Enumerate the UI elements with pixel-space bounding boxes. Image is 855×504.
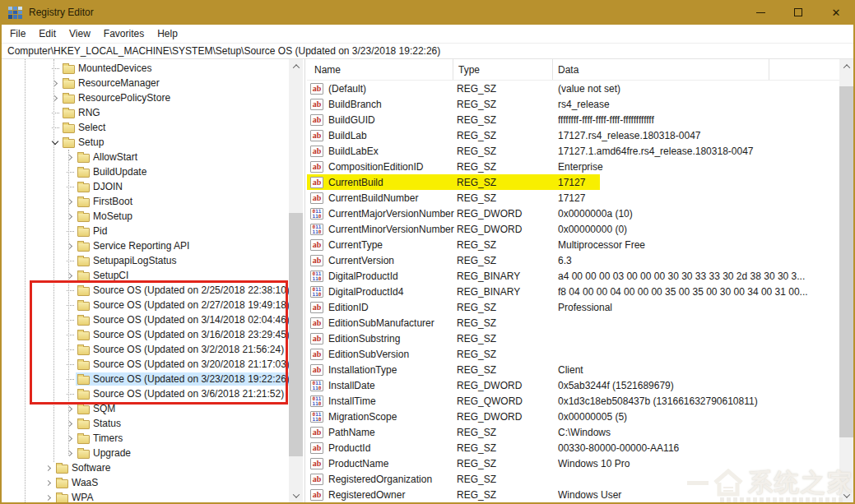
- tree-item-content[interactable]: SetupCI: [76, 269, 131, 282]
- registry-value-row[interactable]: 011110MigrationScopeREG_DWORD0x00000005 …: [307, 409, 839, 424]
- registry-value-row[interactable]: abCurrentBuildNumberREG_SZ17127: [307, 190, 839, 206]
- scroll-up-icon[interactable]: [289, 59, 303, 73]
- tree-item-content[interactable]: SetupapiLogStatus: [76, 254, 179, 267]
- address-bar[interactable]: Computer\HKEY_LOCAL_MACHINE\SYSTEM\Setup…: [2, 44, 853, 59]
- tree-item[interactable]: MountedDevices: [2, 61, 289, 76]
- tree-item[interactable]: WPA: [2, 490, 289, 502]
- registry-value-row[interactable]: abPathNameREG_SZC:\Windows: [307, 424, 839, 440]
- registry-value-row[interactable]: abEditionSubstringREG_SZ: [307, 331, 839, 346]
- expand-chevron-icon[interactable]: [43, 460, 54, 475]
- registry-value-row[interactable]: 011110DigitalProductIdREG_BINARYa4 00 00…: [307, 268, 839, 284]
- tree-item-content[interactable]: MountedDevices: [61, 62, 154, 75]
- tree-item[interactable]: Source OS (Updated on 2/25/2018 22:38:10…: [2, 283, 289, 298]
- tree-item-content[interactable]: DJOIN: [76, 180, 125, 193]
- expand-chevron-icon[interactable]: [64, 401, 76, 416]
- tree-item[interactable]: Select: [2, 120, 289, 135]
- menu-edit[interactable]: Edit: [32, 25, 63, 42]
- expand-chevron-icon[interactable]: [64, 446, 76, 460]
- tree-item-content[interactable]: ResourceManager: [61, 76, 162, 90]
- tree-item-content[interactable]: Setup: [61, 136, 106, 149]
- tree-item-content[interactable]: Source OS (Updated on 3/2/2018 21:56:24): [76, 343, 286, 356]
- registry-value-row[interactable]: abCurrentTypeREG_SZMultiprocessor Free: [307, 237, 839, 252]
- tree-scrollbar[interactable]: [289, 59, 303, 502]
- tree-item-content[interactable]: ResourcePolicyStore: [61, 91, 173, 104]
- registry-value-row[interactable]: 011110DigitalProductId4REG_BINARYf8 04 0…: [307, 284, 839, 299]
- tree-item[interactable]: Setup: [2, 135, 289, 150]
- list-scrollbar[interactable]: [839, 59, 853, 502]
- collapse-chevron-icon[interactable]: [49, 135, 61, 150]
- tree-item[interactable]: MoSetup: [2, 209, 289, 224]
- registry-value-row[interactable]: abCurrentBuildREG_SZ17127: [307, 174, 839, 190]
- tree-item-content[interactable]: Software: [54, 461, 113, 474]
- tree-item[interactable]: Source OS (Updated on 3/2/2018 21:56:24): [2, 342, 289, 357]
- tree-item[interactable]: SetupapiLogStatus: [2, 253, 289, 268]
- registry-value-row[interactable]: abRegisteredOrganizationREG_SZ: [307, 471, 839, 487]
- tree-item[interactable]: Source OS (Updated on 3/6/2018 21:21:52): [2, 386, 289, 401]
- tree-item[interactable]: Service Reporting API: [2, 238, 289, 253]
- tree-item-content[interactable]: FirstBoot: [76, 195, 135, 208]
- registry-value-row[interactable]: 011110InstallDateREG_DWORD0x5ab3244f (15…: [307, 377, 839, 393]
- tree-item[interactable]: RNG: [2, 105, 289, 120]
- expand-chevron-icon[interactable]: [49, 90, 61, 105]
- expand-chevron-icon[interactable]: [64, 194, 76, 209]
- menu-view[interactable]: View: [63, 25, 97, 42]
- tree-item[interactable]: Source OS (Updated on 2/27/2018 19:49:18…: [2, 298, 289, 312]
- scroll-down-icon[interactable]: [289, 488, 303, 502]
- tree-item-content[interactable]: SQM: [76, 402, 118, 415]
- tree-item-content[interactable]: AllowStart: [76, 150, 140, 164]
- expand-chevron-icon[interactable]: [64, 238, 76, 253]
- minimize-button[interactable]: [741, 0, 779, 25]
- expand-chevron-icon[interactable]: [49, 76, 61, 90]
- tree-item[interactable]: Software: [2, 460, 289, 475]
- tree-item[interactable]: ResourceManager: [2, 76, 289, 90]
- registry-value-row[interactable]: abBuildLabExREG_SZ17127.1.amd64fre.rs4_r…: [307, 143, 839, 159]
- tree-item-content[interactable]: MoSetup: [76, 210, 135, 223]
- expand-chevron-icon[interactable]: [64, 268, 76, 283]
- tree-item[interactable]: Upgrade: [2, 446, 289, 460]
- scrollbar-thumb[interactable]: [289, 213, 303, 456]
- registry-value-row[interactable]: abProductIdREG_SZ00330-80000-00000-AA116: [307, 440, 839, 455]
- registry-value-row[interactable]: ab(Default)REG_SZ(value not set): [307, 81, 839, 96]
- tree-item[interactable]: DJOIN: [2, 179, 289, 194]
- menu-favorites[interactable]: Favorites: [97, 25, 151, 42]
- tree-item-content[interactable]: Source OS (Updated on 3/6/2018 21:21:52): [76, 387, 286, 400]
- tree-item-content[interactable]: Service Reporting API: [76, 239, 192, 252]
- scrollbar-thumb[interactable]: [839, 86, 853, 437]
- menu-help[interactable]: Help: [151, 25, 184, 42]
- tree-item-content[interactable]: WPA: [54, 491, 95, 502]
- tree-item[interactable]: Timers: [2, 431, 289, 446]
- tree-item-content[interactable]: Source OS (Updated on 3/14/2018 02:04:46…: [76, 313, 292, 326]
- expand-chevron-icon[interactable]: [64, 416, 76, 431]
- menu-file[interactable]: File: [3, 25, 32, 42]
- expand-chevron-icon[interactable]: [64, 209, 76, 224]
- registry-value-row[interactable]: abCurrentVersionREG_SZ6.3: [307, 252, 839, 268]
- tree-item-content[interactable]: Source OS (Updated on 2/25/2018 22:38:10…: [76, 284, 292, 297]
- tree-item-content[interactable]: BuildUpdate: [76, 165, 149, 178]
- scroll-down-icon[interactable]: [839, 488, 853, 502]
- scroll-up-icon[interactable]: [839, 59, 853, 73]
- close-button[interactable]: ✕: [817, 0, 855, 25]
- column-header-type[interactable]: Type: [453, 59, 553, 80]
- tree-item[interactable]: WaaS: [2, 475, 289, 490]
- expand-chevron-icon[interactable]: [43, 490, 54, 502]
- column-header-data[interactable]: Data: [553, 59, 769, 80]
- tree-item[interactable]: Source OS (Updated on 3/23/2018 19:22:26…: [2, 372, 289, 386]
- registry-value-row[interactable]: abCompositionEditionIDREG_SZEnterprise: [307, 159, 839, 174]
- registry-value-row[interactable]: 011110CurrentMinorVersionNumberREG_DWORD…: [307, 221, 839, 237]
- registry-value-row[interactable]: abBuildGUIDREG_SZffffffff-ffff-ffff-ffff…: [307, 112, 839, 127]
- column-header-name[interactable]: Name: [307, 59, 453, 80]
- registry-value-row[interactable]: abInstallationTypeREG_SZClient: [307, 362, 839, 377]
- tree-item[interactable]: Status: [2, 416, 289, 431]
- tree-item[interactable]: Pid: [2, 224, 289, 238]
- registry-value-row[interactable]: abProductNameREG_SZWindows 10 Pro: [307, 455, 839, 471]
- tree-item-content[interactable]: Select: [61, 121, 108, 134]
- registry-value-row[interactable]: abEditionSubVersionREG_SZ: [307, 346, 839, 362]
- tree-item-content[interactable]: Upgrade: [76, 446, 133, 460]
- tree-item[interactable]: Source OS (Updated on 3/20/2018 21:17:03…: [2, 357, 289, 372]
- tree-item[interactable]: FirstBoot: [2, 194, 289, 209]
- tree-item-content[interactable]: Source OS (Updated on 3/23/2018 19:22:26…: [76, 372, 292, 386]
- tree-item-content[interactable]: Source OS (Updated on 3/20/2018 21:17:03…: [76, 358, 292, 371]
- tree-item[interactable]: Source OS (Updated on 3/16/2018 23:29:45…: [2, 327, 289, 342]
- tree-item-content[interactable]: RNG: [61, 106, 103, 119]
- maximize-button[interactable]: [779, 0, 817, 25]
